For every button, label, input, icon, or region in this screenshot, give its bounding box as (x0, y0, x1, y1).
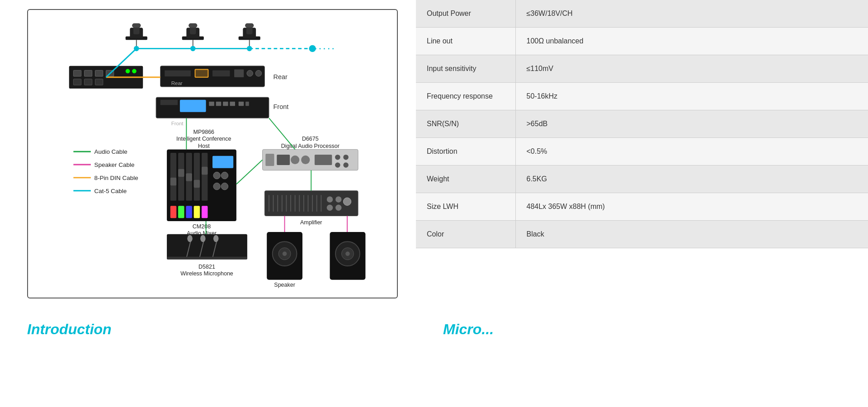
specs-table: Output Power≤36W/18V/CHLine out100Ω unba… (416, 0, 868, 248)
svg-rect-59 (178, 153, 184, 201)
spec-name-cell: Frequency response (416, 83, 515, 110)
svg-point-68 (213, 172, 220, 179)
svg-point-31 (126, 69, 130, 74)
svg-point-108 (327, 204, 333, 210)
svg-rect-13 (245, 24, 254, 28)
svg-rect-8 (189, 24, 197, 28)
svg-rect-58 (170, 178, 176, 185)
spec-name-cell: Input sensitivity (416, 55, 515, 83)
svg-rect-29 (84, 79, 92, 85)
svg-point-118 (335, 241, 360, 266)
svg-line-126 (212, 241, 217, 258)
svg-rect-11 (243, 28, 256, 38)
svg-point-119 (342, 248, 354, 260)
svg-rect-84 (315, 155, 332, 165)
svg-point-82 (291, 156, 299, 164)
svg-point-106 (327, 196, 333, 202)
svg-point-86 (343, 155, 349, 160)
svg-rect-27 (106, 70, 113, 76)
svg-rect-66 (202, 167, 208, 175)
svg-text:Speaker Cable: Speaker Cable (94, 161, 135, 168)
svg-text:Speaker: Speaker (274, 282, 295, 288)
svg-rect-6 (186, 28, 199, 38)
spec-name-cell: Weight (416, 166, 515, 193)
svg-rect-5 (182, 36, 204, 40)
svg-point-110 (343, 198, 351, 205)
svg-text:Rear: Rear (274, 73, 288, 80)
svg-point-39 (255, 70, 261, 76)
svg-rect-34 (165, 70, 191, 76)
svg-text:D6675: D6675 (302, 136, 319, 142)
svg-rect-76 (202, 206, 208, 218)
svg-rect-61 (186, 153, 192, 201)
connection-lines-svg: · · · · · (37, 19, 388, 289)
svg-point-38 (247, 70, 253, 76)
svg-rect-60 (178, 169, 184, 177)
spec-name-cell: Output Power (416, 0, 515, 28)
svg-point-70 (213, 183, 220, 189)
svg-rect-43 (180, 100, 206, 112)
svg-rect-2 (133, 25, 139, 34)
svg-rect-91 (264, 191, 358, 216)
svg-text:Digital Audio Processor: Digital Audio Processor (281, 143, 340, 149)
svg-rect-117 (330, 232, 366, 280)
svg-rect-28 (73, 79, 81, 85)
svg-point-88 (343, 162, 349, 168)
svg-point-83 (301, 156, 310, 164)
svg-rect-80 (265, 154, 274, 166)
svg-rect-49 (245, 102, 249, 106)
svg-rect-73 (178, 206, 184, 218)
svg-line-122 (186, 241, 191, 258)
svg-rect-33 (160, 66, 265, 87)
svg-rect-56 (167, 149, 236, 221)
spec-row: Line out100Ω unbalanced (416, 28, 868, 55)
svg-rect-45 (216, 102, 222, 106)
svg-rect-44 (209, 102, 214, 106)
svg-point-125 (200, 235, 206, 242)
svg-text:Wireless Microphone: Wireless Microphone (180, 270, 233, 277)
svg-rect-57 (170, 153, 176, 201)
svg-point-20 (247, 46, 252, 52)
svg-point-120 (345, 251, 350, 256)
spec-row: Input sensitivity≤110mV (416, 55, 868, 83)
svg-rect-0 (126, 36, 147, 40)
spec-name-cell: Distortion (416, 138, 515, 166)
svg-rect-37 (234, 70, 244, 77)
svg-line-143 (269, 118, 295, 149)
svg-rect-41 (156, 97, 269, 118)
svg-rect-62 (186, 173, 192, 181)
spec-row: Frequency response50-16kHz (416, 83, 868, 110)
spec-value-cell: 50-16kHz (515, 83, 868, 110)
svg-text:Audio Cable: Audio Cable (94, 148, 127, 155)
svg-rect-1 (130, 28, 143, 38)
svg-text:Cat-5 Cable: Cat-5 Cable (94, 188, 127, 194)
svg-text:Amplifier: Amplifier (300, 219, 322, 226)
svg-rect-30 (95, 79, 103, 85)
svg-text:Host: Host (198, 143, 210, 149)
svg-point-109 (335, 204, 341, 210)
diagram-box: · · · · · (27, 9, 398, 298)
svg-rect-36 (212, 70, 230, 76)
spec-row: ColorBlack (416, 221, 868, 248)
svg-point-18 (134, 46, 139, 52)
svg-rect-92 (269, 195, 321, 212)
specs-section: Output Power≤36W/18V/CHLine out100Ω unba… (407, 0, 868, 308)
svg-rect-72 (170, 206, 176, 218)
svg-text:8-Pin DIN Cable: 8-Pin DIN Cable (94, 175, 138, 181)
spec-row: Size LWH484Lx 365W x88H (mm) (416, 193, 868, 221)
svg-text:MP9866: MP9866 (193, 129, 215, 135)
spec-value-cell: >65dB (515, 110, 868, 138)
svg-rect-121 (167, 234, 247, 260)
spec-value-cell: ≤36W/18V/CH (515, 0, 868, 28)
diagram-content: · · · · · (37, 19, 388, 289)
svg-point-123 (187, 235, 193, 242)
svg-rect-67 (212, 156, 233, 168)
svg-rect-128 (167, 257, 247, 260)
spec-name-cell: Line out (416, 28, 515, 55)
svg-point-115 (283, 251, 287, 256)
svg-rect-75 (194, 206, 200, 218)
svg-point-114 (278, 248, 291, 260)
spec-value-cell: ≤110mV (515, 55, 868, 83)
bottom-right-col: Micro... (443, 321, 841, 338)
svg-rect-3 (132, 24, 141, 28)
